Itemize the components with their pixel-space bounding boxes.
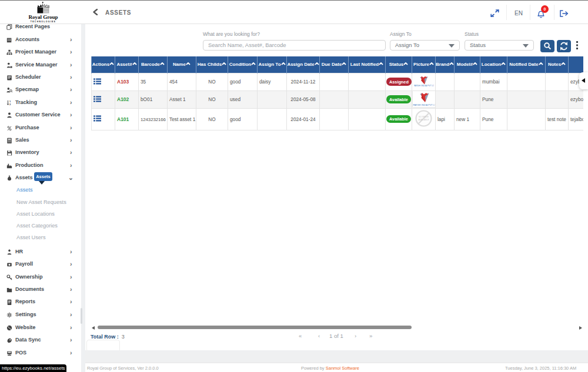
svg-text:Royal Group: Royal Group — [28, 14, 58, 20]
svg-text:2: 2 — [9, 103, 11, 106]
svg-text:TECHNOLOGIES: TECHNOLOGIES — [31, 21, 56, 23]
svg-text:SPARSH INDIA PVT LTD: SPARSH INDIA PVT LTD — [413, 104, 436, 106]
svg-text:NO IMAGE: NO IMAGE — [419, 116, 429, 118]
svg-text:SPARSH INDIA PVT LTD: SPARSH INDIA PVT LTD — [414, 84, 434, 86]
svg-text:AVAILABLE: AVAILABLE — [419, 119, 430, 121]
